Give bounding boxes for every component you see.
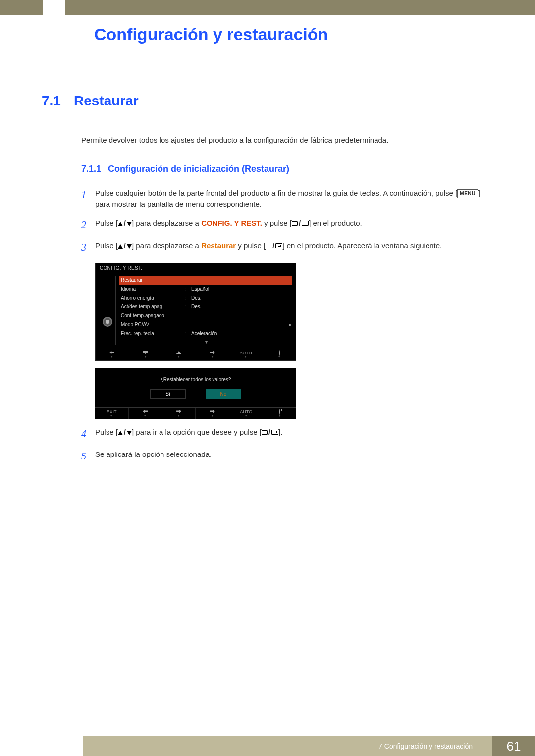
section-number: 7.1 — [42, 93, 61, 109]
dialog-nav-left[interactable]: ▾ — [128, 408, 162, 419]
osd-row-pc-av[interactable]: Modo PC/AV▸ — [121, 320, 292, 329]
dialog-no-button[interactable]: No — [206, 389, 241, 399]
enter-icon — [275, 243, 282, 248]
section-title: Restaurar — [74, 93, 139, 109]
osd-nav-bar: ▾ ▾ ▾ ▾ AUTO▾ ▾ — [96, 349, 296, 360]
up-arrow-icon — [118, 431, 123, 435]
chevron-right-icon: ▸ — [289, 322, 292, 327]
page-footer: 7 Configuración y restauración 61 — [0, 736, 535, 756]
power-icon — [279, 409, 280, 415]
osd-row-frec[interactable]: Frec. rep. tecla:Aceleración — [121, 329, 292, 338]
osd-nav-down[interactable]: ▾ — [129, 349, 162, 360]
osd-menu-screenshot: CONFIG. Y REST. Restaurar Idioma:Español… — [95, 263, 296, 361]
enter-icon — [271, 430, 278, 435]
highlight-config-rest: CONFIG. Y REST. — [201, 219, 262, 227]
chapter-title: Configuración y restauración — [94, 25, 328, 44]
osd-row-restaurar[interactable]: Restaurar — [119, 276, 292, 285]
step-1: 1 Pulse cualquier botón de la parte fron… — [81, 187, 493, 210]
step-number: 1 — [81, 187, 95, 202]
step-number: 4 — [81, 426, 95, 442]
dialog-nav-right2[interactable]: ▾ — [195, 408, 229, 419]
osd-row-ahorro[interactable]: Ahorro energía:Des. — [121, 294, 292, 302]
step-4: 4 Pulse [/] para ir a la opción que dese… — [81, 426, 493, 442]
step-2: 2 Pulse [/] para desplazarse a CONFIG. Y… — [81, 217, 493, 233]
dialog-nav-power[interactable]: ▾ — [263, 408, 296, 419]
osd-nav-left[interactable]: ▾ — [96, 349, 129, 360]
subsection-heading: 7.1.1Configuración de inicialización (Re… — [81, 164, 493, 174]
enter-icon — [302, 221, 309, 226]
osd-nav-up[interactable]: ▾ — [162, 349, 196, 360]
dialog-nav-right1[interactable]: ▾ — [162, 408, 196, 419]
osd-nav-right[interactable]: ▾ — [196, 349, 229, 360]
top-band — [0, 0, 535, 15]
step-text: Pulse cualquier botón de la parte fronta… — [95, 187, 493, 210]
osd-list: Restaurar Idioma:Español Ahorro energía:… — [115, 276, 292, 345]
step-text: Pulse [/] para desplazarse a CONFIG. Y R… — [95, 217, 493, 229]
step-number: 5 — [81, 449, 95, 464]
dialog-nav-auto[interactable]: AUTO▾ — [229, 408, 263, 419]
source-icon — [266, 244, 271, 248]
source-icon — [292, 221, 298, 226]
dialog-yes-button[interactable]: Sí — [150, 389, 186, 399]
step-text: Pulse [/] para ir a la opción que desee … — [95, 426, 493, 438]
footer-chapter-label: 7 Configuración y restauración — [378, 736, 473, 756]
step-3: 3 Pulse [/] para desplazarse a Restaurar… — [81, 240, 493, 255]
source-icon — [262, 430, 268, 435]
steps-list: 1 Pulse cualquier botón de la parte fron… — [81, 187, 493, 255]
down-arrow-icon — [127, 431, 132, 435]
step-5: 5 Se aplicará la opción seleccionada. — [81, 449, 493, 464]
down-arrow-icon — [127, 244, 132, 249]
page-number: 61 — [507, 739, 521, 754]
subsection-title: Configuración de inicialización (Restaur… — [108, 164, 289, 174]
osd-nav-power[interactable]: ▾ — [263, 349, 296, 360]
menu-key-icon: MENU — [457, 189, 478, 198]
osd-row-temp-apag[interactable]: Act/des temp apag:Des. — [121, 302, 292, 311]
power-icon — [279, 350, 280, 356]
down-arrow-icon — [127, 222, 132, 226]
dialog-nav-exit[interactable]: EXIT▾ — [95, 408, 128, 419]
steps-list-cont: 4 Pulse [/] para ir a la opción que dese… — [81, 426, 493, 464]
dialog-nav-bar: EXIT▾ ▾ ▾ ▾ AUTO▾ ▾ — [95, 407, 296, 419]
dialog-question: ¿Restablecer todos los valores? — [95, 377, 296, 382]
osd-title: CONFIG. Y REST. — [96, 263, 296, 273]
osd-row-idioma[interactable]: Idioma:Español — [121, 285, 292, 294]
step-text: Se aplicará la opción seleccionada. — [95, 449, 493, 460]
chapter-icon-box — [43, 0, 65, 23]
osd-nav-auto[interactable]: AUTO▾ — [229, 349, 263, 360]
highlight-restaurar: Restaurar — [201, 241, 236, 250]
osd-scroll-down-icon: ▾ — [121, 338, 292, 345]
section-heading: 7.1 Restaurar — [42, 93, 493, 109]
step-number: 2 — [81, 217, 95, 233]
up-arrow-icon — [118, 222, 123, 226]
gear-icon — [103, 317, 112, 327]
step-text: Pulse [/] para desplazarse a Restaurar y… — [95, 240, 493, 251]
subsection-number: 7.1.1 — [81, 164, 101, 174]
osd-row-conf-temp[interactable]: Conf.temp.apagado — [121, 311, 292, 320]
up-arrow-icon — [118, 244, 123, 249]
confirm-dialog-screenshot: ¿Restablecer todos los valores? Sí No EX… — [95, 368, 296, 419]
section-intro: Permite devolver todos los ajustes del p… — [81, 136, 493, 144]
step-number: 3 — [81, 240, 95, 255]
